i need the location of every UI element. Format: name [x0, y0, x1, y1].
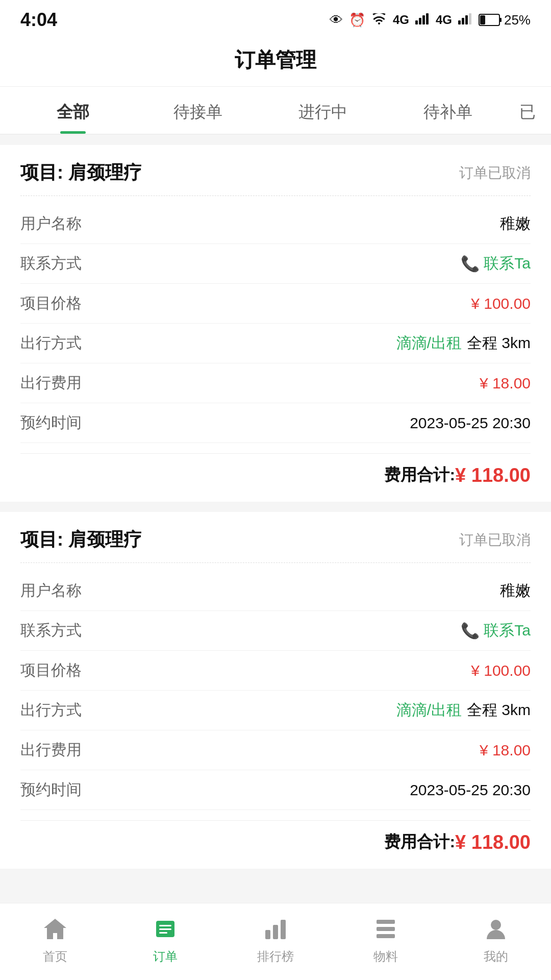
- svg-rect-17: [281, 920, 286, 939]
- tab-supplement[interactable]: 待补单: [385, 87, 510, 134]
- svg-rect-5: [462, 18, 464, 24]
- order-row-contact-1: 联系方式 📞 联系Ta: [20, 244, 531, 284]
- ranking-icon: [260, 914, 291, 944]
- nav-ranking[interactable]: 排行榜: [220, 914, 331, 965]
- svg-rect-12: [159, 925, 171, 926]
- svg-rect-3: [426, 13, 429, 24]
- svg-rect-9: [480, 15, 485, 24]
- nav-materials[interactable]: 物料: [331, 914, 441, 965]
- svg-rect-16: [273, 925, 278, 939]
- phone-icon-2: 📞: [461, 622, 480, 640]
- nav-home-label: 首页: [43, 948, 67, 965]
- home-icon: [40, 914, 70, 944]
- svg-rect-4: [458, 20, 461, 24]
- nav-mine[interactable]: 我的: [441, 914, 551, 965]
- label-travel-1: 出行方式: [20, 333, 82, 354]
- alarm-icon: ⏰: [349, 12, 365, 28]
- label-travel-2: 出行方式: [20, 700, 82, 721]
- signal-bars-icon: [415, 12, 430, 28]
- order-row-username-2: 用户名称 稚嫩: [20, 571, 531, 611]
- order-row-price-1: 项目价格 ¥ 100.00: [20, 284, 531, 324]
- value-travel-cost-1: ¥ 18.00: [480, 375, 531, 392]
- total-value-2: ¥ 118.00: [455, 831, 531, 853]
- content: 项目: 肩颈理疗 订单已取消 用户名称 稚嫩 联系方式 📞 联系Ta 项目价格: [0, 135, 551, 971]
- order-row-travel-2: 出行方式 滴滴/出租 全程 3km: [20, 691, 531, 730]
- battery-icon: 25%: [479, 12, 531, 28]
- order-row-travel-1: 出行方式 滴滴/出租 全程 3km: [20, 324, 531, 363]
- tab-more[interactable]: 已: [510, 87, 541, 134]
- value-price-2: ¥ 100.00: [471, 662, 531, 679]
- travel-distance-1: 全程 3km: [467, 333, 531, 354]
- bottom-nav: 首页 订单 排行榜: [0, 903, 551, 980]
- value-contact-2[interactable]: 📞 联系Ta: [461, 620, 531, 641]
- travel-mode-2: 滴滴/出租: [396, 700, 462, 721]
- label-price-1: 项目价格: [20, 293, 82, 314]
- svg-rect-6: [465, 15, 468, 24]
- travel-distance-2: 全程 3km: [467, 700, 531, 721]
- total-label-1: 费用合计:: [384, 464, 455, 486]
- svg-rect-7: [469, 13, 471, 24]
- status-icons: 👁 ⏰ 4G 4G: [330, 12, 531, 28]
- page-title: 订单管理: [0, 46, 551, 74]
- order-header-1: 项目: 肩颈理疗 订单已取消: [20, 160, 531, 185]
- order-title-1: 项目: 肩颈理疗: [20, 160, 142, 185]
- nav-orders-label: 订单: [153, 948, 178, 965]
- value-time-1: 2023-05-25 20:30: [410, 414, 531, 432]
- order-row-price-2: 项目价格 ¥ 100.00: [20, 651, 531, 691]
- svg-rect-0: [415, 20, 418, 24]
- svg-rect-20: [377, 934, 395, 938]
- tab-all[interactable]: 全部: [10, 87, 135, 134]
- value-travel-2: 滴滴/出租 全程 3km: [396, 700, 531, 721]
- nav-home[interactable]: 首页: [0, 914, 110, 965]
- order-row-travel-cost-1: 出行费用 ¥ 18.00: [20, 363, 531, 403]
- signal-4g-icon: 4G: [393, 13, 409, 27]
- nav-orders[interactable]: 订单: [110, 914, 220, 965]
- value-price-1: ¥ 100.00: [471, 295, 531, 312]
- order-footer-2: 费用合计: ¥ 118.00: [20, 820, 531, 853]
- page-header: 订单管理: [0, 36, 551, 87]
- value-username-1: 稚嫩: [500, 213, 531, 234]
- value-contact-1[interactable]: 📞 联系Ta: [461, 253, 531, 274]
- tabs-container: 全部 待接单 进行中 待补单 已: [0, 87, 551, 135]
- svg-rect-1: [419, 18, 421, 24]
- label-travel-cost-1: 出行费用: [20, 373, 82, 394]
- orders-list: 项目: 肩颈理疗 订单已取消 用户名称 稚嫩 联系方式 📞 联系Ta 项目价格: [0, 135, 551, 889]
- order-footer-1: 费用合计: ¥ 118.00: [20, 453, 531, 486]
- label-price-2: 项目价格: [20, 660, 82, 681]
- order-row-time-1: 预约时间 2023-05-25 20:30: [20, 403, 531, 443]
- mine-icon: [481, 914, 511, 944]
- value-travel-1: 滴滴/出租 全程 3km: [396, 333, 531, 354]
- total-label-2: 费用合计:: [384, 831, 455, 853]
- order-divider-2: [20, 562, 531, 563]
- status-bar: 4:04 👁 ⏰ 4G 4G: [0, 0, 551, 36]
- travel-mode-1: 滴滴/出租: [396, 333, 462, 354]
- value-username-2: 稚嫩: [500, 580, 531, 601]
- tab-in-progress[interactable]: 进行中: [260, 87, 385, 134]
- materials-icon: [370, 914, 401, 944]
- order-title-2: 项目: 肩颈理疗: [20, 527, 142, 552]
- label-contact-1: 联系方式: [20, 253, 82, 274]
- wifi-icon: [371, 12, 387, 28]
- nav-ranking-label: 排行榜: [257, 948, 294, 965]
- orders-icon: [150, 914, 181, 944]
- svg-point-21: [491, 920, 501, 930]
- label-time-2: 预约时间: [20, 779, 82, 800]
- label-travel-cost-2: 出行费用: [20, 740, 82, 761]
- order-card-1: 项目: 肩颈理疗 订单已取消 用户名称 稚嫩 联系方式 📞 联系Ta 项目价格: [0, 145, 551, 502]
- value-travel-cost-2: ¥ 18.00: [480, 742, 531, 759]
- phone-icon-1: 📞: [461, 255, 480, 273]
- order-card-2: 项目: 肩颈理疗 订单已取消 用户名称 稚嫩 联系方式 📞 联系Ta 项目价格: [0, 512, 551, 869]
- svg-rect-15: [265, 930, 270, 939]
- nav-mine-label: 我的: [484, 948, 508, 965]
- label-username-2: 用户名称: [20, 580, 82, 601]
- order-divider-1: [20, 195, 531, 196]
- svg-rect-14: [159, 932, 167, 934]
- value-time-2: 2023-05-25 20:30: [410, 781, 531, 799]
- svg-rect-2: [422, 15, 425, 24]
- tab-pending[interactable]: 待接单: [135, 87, 260, 134]
- eye-icon: 👁: [330, 12, 343, 28]
- battery-percent: 25%: [504, 12, 531, 28]
- label-username-1: 用户名称: [20, 213, 82, 234]
- svg-rect-10: [499, 18, 502, 22]
- order-row-username-1: 用户名称 稚嫩: [20, 204, 531, 244]
